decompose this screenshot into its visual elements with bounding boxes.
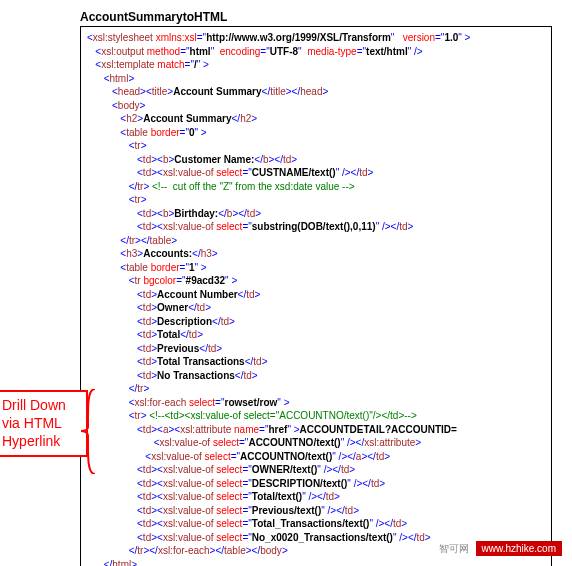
code-line: <td><b>Customer Name:</b></td>: [87, 153, 545, 167]
code-line: <td><xsl:value-of select="Total/text()" …: [87, 490, 545, 504]
code-line: <td>Total</td>: [87, 328, 545, 342]
code-line: <td>Total Transactions</td>: [87, 355, 545, 369]
code-line: <h2>Account Summary</h2>: [87, 112, 545, 126]
document-title: AccountSummarytoHTML: [80, 10, 562, 24]
code-container: Drill Down via HTML Hyperlink <xsl:style…: [80, 26, 552, 566]
code-line: <td><a><xsl:attribute name="href" >ACCOU…: [87, 423, 545, 437]
code-line: <xsl:value-of select="ACCOUNTNO/text()" …: [87, 436, 545, 450]
code-line: <xsl:output method="html" encoding="UTF-…: [87, 45, 545, 59]
code-line: </tr></table>: [87, 234, 545, 248]
code-line: <td>Account Number</td>: [87, 288, 545, 302]
code-line: </tr> <!-- cut off the "Z" from the xsd:…: [87, 180, 545, 194]
code-line: <table border="1" >: [87, 261, 545, 275]
code-line: <td><xsl:value-of select="Previous/text(…: [87, 504, 545, 518]
code-line: <h3>Accounts:</h3>: [87, 247, 545, 261]
code-line: <xsl:for-each select="rowset/row" >: [87, 396, 545, 410]
code-line: <xsl:stylesheet xmlns:xsl="http://www.w3…: [87, 31, 545, 45]
watermark-cn: 智可网: [439, 543, 469, 554]
code-line: <td>Previous</td>: [87, 342, 545, 356]
code-line: <td><xsl:value-of select="OWNER/text()" …: [87, 463, 545, 477]
code-line: <td><b>Birthday:</b></td>: [87, 207, 545, 221]
code-line: <table border="0" >: [87, 126, 545, 140]
watermark-url: www.hzhike.com: [476, 541, 562, 556]
code-line: <td><xsl:value-of select="substring(DOB/…: [87, 220, 545, 234]
code-line: <td>No Transactions</td>: [87, 369, 545, 383]
code-line: </tr>: [87, 382, 545, 396]
code-line: <td><xsl:value-of select="Total_Transact…: [87, 517, 545, 531]
callout-brace: [81, 389, 95, 474]
code-line: <tr>: [87, 139, 545, 153]
code-line: </html>: [87, 558, 545, 567]
callout-label: Drill Down via HTML Hyperlink: [0, 390, 88, 457]
code-line: <html>: [87, 72, 545, 86]
code-line: <tr>: [87, 193, 545, 207]
code-line: <xsl:value-of select="ACCOUNTNO/text()" …: [87, 450, 545, 464]
code-line: <tr bgcolor="#9acd32" >: [87, 274, 545, 288]
code-lines: <xsl:stylesheet xmlns:xsl="http://www.w3…: [87, 31, 545, 566]
code-line: <td>Owner</td>: [87, 301, 545, 315]
code-line: <tr> <!--<td><xsl:value-of select="ACCOU…: [87, 409, 545, 423]
code-line: <head><title>Account Summary</title></he…: [87, 85, 545, 99]
code-line: <td><xsl:value-of select="CUSTNAME/text(…: [87, 166, 545, 180]
code-line: <body>: [87, 99, 545, 113]
code-line: <xsl:template match="/" >: [87, 58, 545, 72]
watermark: 智可网 www.hzhike.com: [439, 542, 562, 556]
code-line: <td><xsl:value-of select="DESCRIPTION/te…: [87, 477, 545, 491]
code-line: <td>Description</td>: [87, 315, 545, 329]
